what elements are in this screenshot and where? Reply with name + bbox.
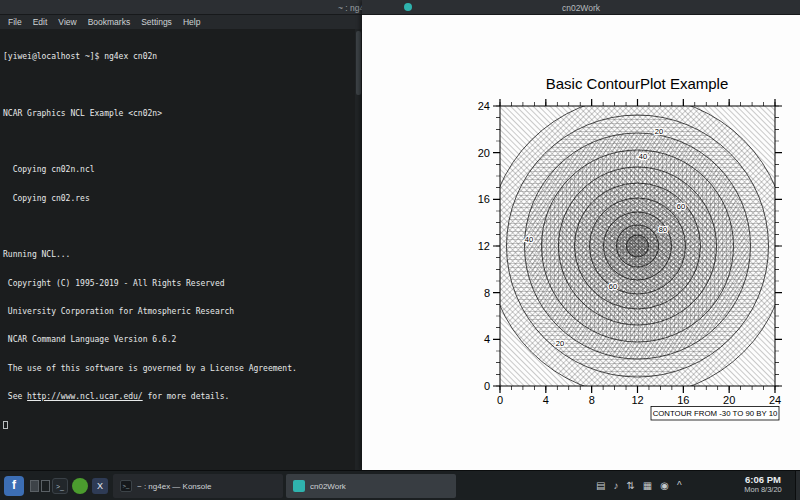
see-prefix: See xyxy=(3,392,27,401)
terminal-line xyxy=(3,80,355,89)
y-tick-label: 12 xyxy=(478,240,490,252)
graphics-canvas[interactable]: Basic ContourPlot Example xyxy=(362,15,800,470)
contour-bands xyxy=(488,96,788,396)
y-axis-labels: 24 20 16 12 8 4 0 xyxy=(478,100,490,392)
menu-item-edit[interactable]: Edit xyxy=(33,17,48,27)
terminal-line: [yiwei@localhost ~]$ ng4ex cn02n xyxy=(3,52,355,61)
launcher-app-x[interactable]: X xyxy=(92,478,108,494)
terminal-output[interactable]: [yiwei@localhost ~]$ ng4ex cn02n NCAR Gr… xyxy=(0,29,355,470)
volume-tray-icon[interactable]: ♪ xyxy=(613,480,618,491)
konsole-icon: >_ xyxy=(120,480,132,492)
display-tray-icon[interactable]: ▦ xyxy=(643,480,652,491)
cn02work-icon xyxy=(293,480,305,492)
terminal-cursor xyxy=(3,421,8,429)
x-tick-label: 12 xyxy=(631,394,643,406)
contour-plot: Basic ContourPlot Example xyxy=(362,15,800,470)
clock-time: 6:06 PM xyxy=(733,474,793,485)
y-tick-label: 4 xyxy=(484,333,490,345)
system-tray: ▤ ♪ ⇅ ▦ ◉ ^ xyxy=(596,471,682,500)
x-tick-label: 24 xyxy=(769,394,781,406)
clipboard-tray-icon[interactable]: ▤ xyxy=(596,480,605,491)
x-axis-labels: 0 4 8 12 16 20 24 xyxy=(497,394,781,406)
task-label: cn02Work xyxy=(310,482,346,491)
terminal-line: Copying cn02.res xyxy=(3,194,355,203)
digital-clock[interactable]: 6:06 PM Mon 8/3/20 xyxy=(733,474,793,494)
contour-label: 60 xyxy=(677,202,685,211)
konsole-window: ~ : ng4ex — Konsole File Edit View Bookm… xyxy=(0,0,362,470)
task-button-cn02work[interactable]: cn02Work xyxy=(286,474,456,498)
launcher-app-green[interactable] xyxy=(72,478,88,494)
y-tick-label: 20 xyxy=(478,147,490,159)
tray-expander-icon[interactable]: ^ xyxy=(677,480,682,491)
task-label: ~ : ng4ex — Konsole xyxy=(137,482,212,491)
contour-info-text: CONTOUR FROM -30 TO 90 BY 10 xyxy=(653,409,778,418)
terminal-line xyxy=(3,222,355,231)
menu-item-bookmarks[interactable]: Bookmarks xyxy=(88,17,131,27)
contour-label: 80 xyxy=(659,225,667,234)
y-tick-label: 24 xyxy=(478,100,490,112)
virtual-desktop-pager[interactable] xyxy=(30,480,50,492)
terminal-line: Copyright (C) 1995-2019 - All Rights Res… xyxy=(3,279,355,288)
menu-item-view[interactable]: View xyxy=(58,17,76,27)
x-tick-label: 8 xyxy=(589,394,595,406)
terminal-line-see: See http://www.ncl.ucar.edu/ for more de… xyxy=(3,392,355,401)
konsole-title: ~ : ng4ex — Konsole xyxy=(338,3,362,13)
terminal-line: Copying cn02n.ncl xyxy=(3,165,355,174)
see-suffix: for more details. xyxy=(143,392,230,401)
x-tick-label: 20 xyxy=(723,394,735,406)
terminal-line xyxy=(3,137,355,146)
scrollbar-thumb[interactable] xyxy=(356,31,361,95)
ncl-url-link[interactable]: http://www.ncl.ucar.edu/ xyxy=(27,392,143,401)
contour-label: 60 xyxy=(609,282,617,291)
clock-date: Mon 8/3/20 xyxy=(733,485,793,494)
konsole-titlebar[interactable]: ~ : ng4ex — Konsole xyxy=(0,0,362,15)
application-launcher-button[interactable]: f xyxy=(4,476,24,496)
status-tray-icon[interactable]: ◉ xyxy=(660,480,669,491)
cn02work-window: cn02Work Basic ContourPlot Example xyxy=(362,0,800,470)
network-tray-icon[interactable]: ⇅ xyxy=(626,480,634,491)
desktop-1[interactable] xyxy=(30,480,39,492)
terminal-line: University Corporation for Atmospheric R… xyxy=(3,307,355,316)
task-button-konsole[interactable]: >_ ~ : ng4ex — Konsole xyxy=(113,474,283,498)
cn02work-title: cn02Work xyxy=(362,3,800,13)
contour-label: 20 xyxy=(655,127,663,136)
contour-label: 40 xyxy=(525,235,533,244)
desktop-2[interactable] xyxy=(41,480,50,492)
x-tick-label: 4 xyxy=(543,394,549,406)
x-tick-label: 16 xyxy=(677,394,689,406)
contour-label: 40 xyxy=(639,152,647,161)
contour-info-box: CONTOUR FROM -30 TO 90 BY 10 xyxy=(651,407,779,421)
contour-label: 20 xyxy=(556,339,564,348)
y-tick-label: 16 xyxy=(478,193,490,205)
konsole-menubar: File Edit View Bookmarks Settings Help xyxy=(0,15,362,29)
y-tick-label: 0 xyxy=(484,380,490,392)
menu-item-settings[interactable]: Settings xyxy=(141,17,172,27)
show-desktop-button[interactable] xyxy=(795,471,800,500)
x-tick-label: 0 xyxy=(497,394,503,406)
menu-item-file[interactable]: File xyxy=(8,17,22,27)
terminal-line: NCAR Graphics NCL Example <cn02n> xyxy=(3,109,355,118)
cn02work-titlebar[interactable]: cn02Work xyxy=(362,0,800,15)
terminal-scrollbar[interactable] xyxy=(355,29,362,470)
launcher-terminal[interactable]: >_ xyxy=(52,478,68,494)
terminal-line: The use of this software is governed by … xyxy=(3,364,355,373)
menu-item-help[interactable]: Help xyxy=(183,17,200,27)
terminal-line: Running NCL... xyxy=(3,250,355,259)
y-tick-label: 8 xyxy=(484,287,490,299)
taskbar: f >_ X >_ ~ : ng4ex — Konsole cn02Work ▤… xyxy=(0,470,800,500)
plot-title: Basic ContourPlot Example xyxy=(546,75,729,92)
terminal-line: NCAR Command Language Version 6.6.2 xyxy=(3,335,355,344)
